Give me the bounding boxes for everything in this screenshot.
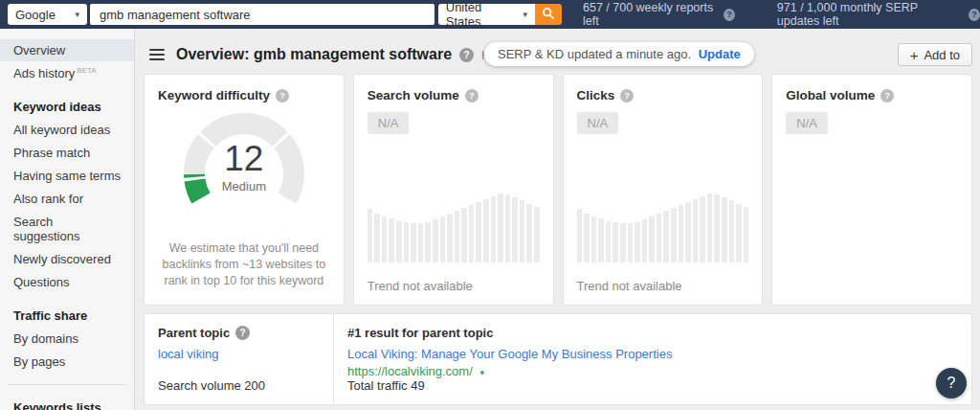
- sidebar-item-keywords-lists[interactable]: Keywords lists: [0, 397, 134, 410]
- trend-bar: [620, 223, 626, 262]
- keyword-difficulty-title: Keyword difficulty: [158, 88, 270, 102]
- trend-bar: [663, 211, 669, 262]
- trend-bar: [577, 209, 583, 262]
- search-button[interactable]: [535, 4, 562, 25]
- toast-message: SERP & KD updated a minute ago.: [498, 47, 691, 61]
- weekly-reports-text: 657 / 700 weekly reports left: [583, 1, 718, 28]
- sidebar-item-label: By pages: [13, 354, 65, 369]
- beta-badge: BETA: [77, 66, 96, 75]
- chevron-down-icon: ▾: [479, 368, 484, 377]
- search-volume-card: Search volume ? N/A Trend not available: [353, 74, 554, 306]
- help-icon[interactable]: ?: [276, 89, 289, 102]
- trend-bar: [657, 214, 662, 262]
- add-to-button[interactable]: + Add to: [898, 43, 972, 66]
- menu-icon[interactable]: [149, 49, 165, 60]
- sidebar-item-ads-history[interactable]: Ads historyBETA: [0, 62, 134, 84]
- topbar: Google ▾ United States ▾ 657 / 700 weekl…: [0, 0, 980, 29]
- trend-bar: [483, 199, 489, 262]
- sidebar-item-label: Keyword ideas: [13, 100, 101, 114]
- trend-bar: [722, 197, 727, 262]
- sidebar-item-having-same-terms[interactable]: Having same terms: [0, 165, 134, 187]
- update-link[interactable]: Update: [699, 47, 741, 61]
- trend-bar: [520, 200, 525, 262]
- keyword-search-input[interactable]: [90, 4, 434, 25]
- trend-bar: [368, 209, 373, 262]
- trend-bar: [526, 204, 532, 262]
- search-engine-select[interactable]: Google ▾: [8, 4, 87, 25]
- trend-bar: [512, 197, 518, 262]
- sidebar-item-label: By domains: [13, 331, 78, 346]
- sidebar-item-traffic-share: Traffic share: [0, 305, 134, 327]
- trend-bar: [461, 208, 467, 262]
- top-result-column: #1 result for parent topic Local Viking:…: [334, 314, 971, 404]
- trend-bar: [498, 194, 503, 262]
- sidebar-item-by-pages[interactable]: By pages: [0, 351, 134, 373]
- global-volume-card: Global volume ? N/A: [771, 74, 972, 306]
- trend-bar: [591, 216, 597, 262]
- trend-bar: [744, 207, 749, 262]
- sidebar-item-by-domains[interactable]: By domains: [0, 328, 134, 350]
- top-result-title: #1 result for parent topic: [347, 326, 958, 340]
- help-icon[interactable]: ?: [620, 89, 634, 102]
- sidebar-item-search-suggestions[interactable]: Search suggestions: [0, 211, 134, 247]
- trend-bar: [389, 218, 394, 262]
- sidebar-item-label: Keywords lists: [13, 400, 101, 410]
- parent-topic-keyword-link[interactable]: local viking: [158, 347, 320, 361]
- trend-bar: [433, 219, 438, 262]
- chevron-down-icon: ▾: [76, 10, 80, 19]
- help-fab-button[interactable]: ?: [936, 368, 967, 399]
- sidebar-item-all-keyword-ideas[interactable]: All keyword ideas: [0, 119, 134, 141]
- sidebar-item-label: Also rank for: [13, 192, 83, 206]
- sidebar-item-label: All keyword ideas: [13, 123, 110, 137]
- sidebar-item-label: Traffic share: [13, 308, 87, 323]
- serp-updates-quota: 971 / 1,000 monthly SERP updates left ?: [777, 1, 980, 28]
- kd-gauge-center: 12 Medium: [172, 141, 316, 194]
- help-icon[interactable]: ?: [459, 48, 474, 62]
- trend-bar: [642, 219, 648, 262]
- trend-bar: [714, 194, 720, 262]
- trend-bar: [649, 216, 655, 262]
- sidebar-item-keyword-ideas: Keyword ideas: [0, 96, 134, 118]
- trend-bar: [418, 223, 424, 262]
- card-title-row: Clicks ?: [564, 75, 763, 102]
- trend-bar: [628, 223, 634, 262]
- sidebar-item-questions[interactable]: Questions: [0, 271, 134, 293]
- trend-bar: [469, 205, 475, 262]
- help-icon[interactable]: ?: [724, 9, 735, 21]
- sidebar-item-newly-discovered[interactable]: Newly discovered: [0, 248, 134, 270]
- trend-bar: [447, 214, 453, 262]
- help-icon[interactable]: ?: [235, 326, 250, 340]
- sidebar-item-label: Having same terms: [13, 169, 121, 183]
- help-icon[interactable]: ?: [465, 89, 479, 102]
- top-result-link[interactable]: Local Viking: Manage Your Google My Busi…: [347, 347, 958, 361]
- metric-cards-row: Keyword difficulty ? 12 Medium We estima…: [144, 74, 972, 306]
- card-title-row: Global volume ?: [772, 75, 971, 102]
- trend-note: Trend not available: [577, 279, 682, 293]
- sidebar-item-label: Questions: [13, 275, 70, 289]
- kd-note: We estimate that you'll need backlinks f…: [154, 240, 334, 289]
- country-select[interactable]: United States ▾: [438, 4, 535, 25]
- sidebar-item-also-rank-for[interactable]: Also rank for: [0, 188, 134, 210]
- clicks-title: Clicks: [577, 88, 615, 102]
- trend-bar: [382, 216, 388, 262]
- card-title-row: Search volume ?: [354, 75, 553, 102]
- parent-topic-title-row: Parent topic ?: [158, 326, 320, 340]
- help-icon[interactable]: ?: [880, 89, 894, 102]
- keyword-difficulty-card: Keyword difficulty ? 12 Medium We estima…: [144, 74, 345, 306]
- result-url-text: https://localviking.com/: [347, 364, 473, 378]
- update-toast: SERP & KD updated a minute ago. Update: [484, 42, 754, 66]
- top-result-url[interactable]: https://localviking.com/ ▾: [347, 364, 958, 378]
- trend-bar: [491, 196, 497, 262]
- question-mark-icon: ?: [947, 375, 956, 392]
- global-volume-title: Global volume: [786, 88, 875, 102]
- search-engine-value: Google: [15, 8, 56, 22]
- sidebar-divider: [8, 384, 126, 385]
- sidebar-item-label: Ads history: [13, 66, 75, 80]
- parent-topic-column: Parent topic ? local viking Search volum…: [145, 314, 334, 404]
- help-icon[interactable]: ?: [969, 9, 980, 21]
- search-volume-title: Search volume: [368, 88, 459, 102]
- sidebar-item-overview[interactable]: Overview: [0, 39, 134, 61]
- plus-icon: +: [910, 47, 919, 63]
- sidebar-item-label: Newly discovered: [13, 252, 111, 266]
- sidebar-item-phrase-match[interactable]: Phrase match: [0, 142, 134, 164]
